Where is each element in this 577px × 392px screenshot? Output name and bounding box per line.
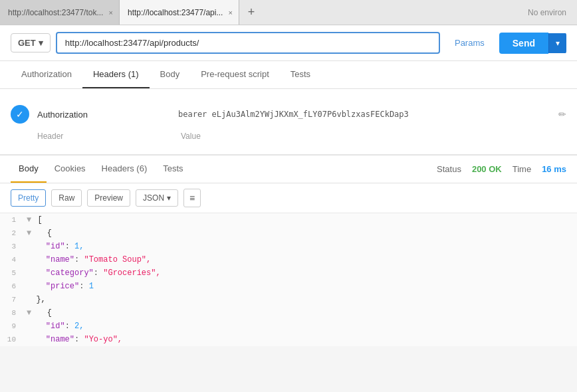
- send-button-group: Send ▾: [499, 33, 566, 54]
- response-tab-headers[interactable]: Headers (6): [94, 155, 156, 183]
- line-content: ▼ {: [24, 227, 577, 240]
- auth-check-icon: ✓: [11, 105, 29, 124]
- code-line: 5 "category": "Groceries",: [0, 266, 577, 280]
- tab-headers[interactable]: Headers (1): [82, 61, 150, 88]
- tab-body[interactable]: Body: [150, 61, 191, 88]
- url-input[interactable]: [56, 32, 440, 54]
- url-bar: GET ▾ Params Send ▾: [0, 25, 577, 61]
- response-area: Body Cookies Headers (6) Tests Status 20…: [0, 155, 577, 346]
- code-line: 9 "id": 2,: [0, 320, 577, 333]
- code-area: 1▼ [2▼ {3 "id": 1,4 "name": "Tomato Soup…: [0, 213, 577, 346]
- response-status: Status 200 OK Time 16 ms: [437, 164, 566, 174]
- tab-prerequest[interactable]: Pre-request script: [190, 61, 280, 88]
- word-wrap-button[interactable]: ≡: [183, 189, 201, 207]
- line-number: 2: [0, 227, 24, 240]
- code-line: 2▼ {: [0, 227, 577, 240]
- tab-2-label: http://localhost:23477/api...: [128, 8, 223, 17]
- tab-2[interactable]: http://localhost:23477/api... ×: [120, 0, 239, 25]
- method-selector[interactable]: GET ▾: [11, 33, 51, 52]
- line-content: ▼ {: [24, 306, 577, 320]
- json-type-button[interactable]: JSON ▾: [136, 189, 178, 207]
- header-label: Header: [37, 132, 170, 141]
- method-chevron-icon: ▾: [39, 38, 43, 48]
- code-line: 3 "id": 1,: [0, 240, 577, 253]
- line-content: "name": "Yo-yo",: [24, 333, 577, 346]
- line-content: },: [24, 293, 577, 306]
- tab-1[interactable]: http://localhost:23477/tok... ×: [0, 0, 120, 25]
- preview-button[interactable]: Preview: [87, 189, 130, 207]
- line-number: 1: [0, 213, 24, 227]
- code-line: 8▼ {: [0, 306, 577, 320]
- line-content: "id": 2,: [24, 320, 577, 333]
- raw-button[interactable]: Raw: [51, 189, 82, 207]
- edit-icon[interactable]: ✏: [558, 109, 566, 120]
- value-label: Value: [181, 132, 566, 141]
- params-button[interactable]: Params: [445, 34, 494, 52]
- line-content: "name": "Tomato Soup",: [24, 253, 577, 266]
- send-dropdown-button[interactable]: ▾: [548, 33, 566, 53]
- line-content: ▼ [: [24, 213, 577, 227]
- line-content: "id": 1,: [24, 240, 577, 253]
- auth-section: ✓ Authorization bearer eLjAu3Alm2YWjJKXm…: [0, 89, 577, 155]
- line-number: 7: [0, 293, 24, 306]
- tab-1-label: http://localhost:23477/tok...: [8, 8, 103, 17]
- line-number: 3: [0, 240, 24, 253]
- send-main-button[interactable]: Send: [499, 33, 548, 54]
- line-number: 10: [0, 333, 24, 346]
- response-tabs-bar: Body Cookies Headers (6) Tests Status 20…: [0, 155, 577, 183]
- tab-1-close[interactable]: ×: [108, 7, 112, 18]
- pretty-button[interactable]: Pretty: [11, 189, 46, 207]
- code-line: 6 "price": 1: [0, 280, 577, 293]
- tab-2-close[interactable]: ×: [228, 7, 232, 18]
- code-line: 4 "name": "Tomato Soup",: [0, 253, 577, 266]
- tab-bar: http://localhost:23477/tok... × http://l…: [0, 0, 577, 25]
- response-tab-body[interactable]: Body: [11, 155, 47, 183]
- auth-value: bearer eLjAu3Alm2YWjJKXmX_fLY07P6vblzxas…: [178, 110, 550, 119]
- tab-authorization[interactable]: Authorization: [11, 61, 82, 88]
- method-label: GET: [18, 38, 36, 48]
- status-value: 200 OK: [472, 164, 502, 174]
- response-tab-tests[interactable]: Tests: [155, 155, 191, 183]
- request-tabs: Authorization Headers (1) Body Pre-reque…: [0, 61, 577, 89]
- format-bar: Pretty Raw Preview JSON ▾ ≡: [0, 183, 577, 213]
- code-line: 10 "name": "Yo-yo",: [0, 333, 577, 346]
- time-value: 16 ms: [542, 164, 566, 174]
- code-line: 7 },: [0, 293, 577, 306]
- json-chevron-icon: ▾: [167, 193, 171, 203]
- new-tab-button[interactable]: +: [242, 3, 261, 22]
- auth-type-label: Authorization: [37, 110, 170, 120]
- line-content: "category": "Groceries",: [24, 266, 577, 280]
- line-content: "price": 1: [24, 280, 577, 293]
- auth-meta: Header Value: [11, 129, 566, 144]
- line-number: 9: [0, 320, 24, 333]
- line-number: 4: [0, 253, 24, 266]
- auth-row: ✓ Authorization bearer eLjAu3Alm2YWjJKXm…: [11, 100, 566, 129]
- response-tab-cookies[interactable]: Cookies: [47, 155, 94, 183]
- code-line: 1▼ [: [0, 213, 577, 227]
- line-number: 8: [0, 306, 24, 320]
- line-number: 6: [0, 280, 24, 293]
- line-number: 5: [0, 266, 24, 280]
- tab-tests[interactable]: Tests: [280, 61, 321, 88]
- time-label: Time: [513, 164, 531, 174]
- env-label: No environ: [528, 8, 577, 17]
- status-label: Status: [437, 164, 461, 174]
